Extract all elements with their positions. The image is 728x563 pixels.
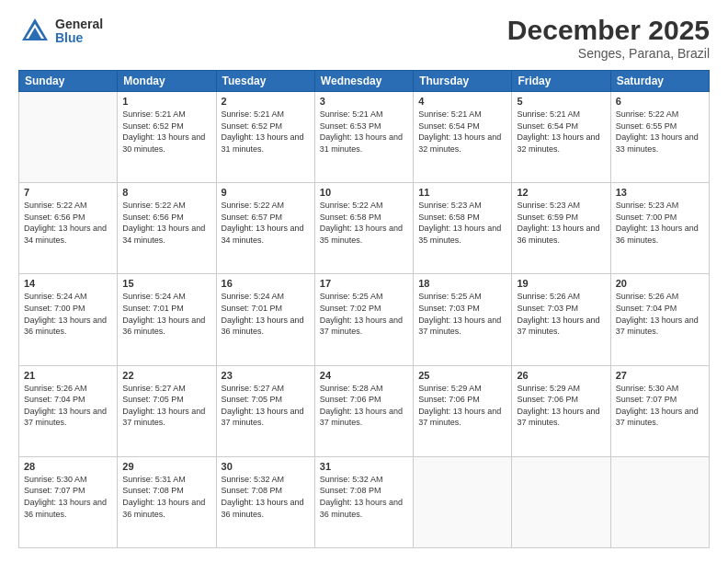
day-number: 2	[222, 96, 310, 107]
day-cell: 7Sunrise: 5:22 AM Sunset: 6:56 PM Daylig…	[19, 183, 118, 274]
day-number: 23	[222, 370, 310, 381]
day-info: Sunrise: 5:23 AM Sunset: 7:00 PM Dayligh…	[616, 200, 704, 246]
day-info: Sunrise: 5:27 AM Sunset: 7:05 PM Dayligh…	[222, 383, 310, 429]
day-number: 5	[517, 96, 605, 107]
day-cell: 18Sunrise: 5:25 AM Sunset: 7:03 PM Dayli…	[414, 274, 512, 365]
day-cell: 25Sunrise: 5:29 AM Sunset: 7:06 PM Dayli…	[414, 365, 512, 456]
day-info: Sunrise: 5:30 AM Sunset: 7:07 PM Dayligh…	[24, 474, 112, 520]
day-cell: 11Sunrise: 5:23 AM Sunset: 6:58 PM Dayli…	[414, 183, 512, 274]
day-cell: 10Sunrise: 5:22 AM Sunset: 6:58 PM Dayli…	[314, 183, 413, 274]
day-cell: 26Sunrise: 5:29 AM Sunset: 7:06 PM Dayli…	[512, 365, 610, 456]
day-number: 1	[122, 96, 210, 107]
day-number: 13	[616, 187, 704, 198]
week-row-1: 7Sunrise: 5:22 AM Sunset: 6:56 PM Daylig…	[19, 183, 710, 274]
day-info: Sunrise: 5:29 AM Sunset: 7:06 PM Dayligh…	[418, 383, 506, 429]
day-info: Sunrise: 5:26 AM Sunset: 7:03 PM Dayligh…	[517, 291, 605, 337]
day-cell: 2Sunrise: 5:21 AM Sunset: 6:52 PM Daylig…	[216, 92, 314, 183]
day-number: 24	[320, 370, 408, 381]
day-cell: 24Sunrise: 5:28 AM Sunset: 7:06 PM Dayli…	[314, 365, 413, 456]
week-row-0: 1Sunrise: 5:21 AM Sunset: 6:52 PM Daylig…	[19, 92, 710, 183]
day-number: 17	[320, 278, 408, 289]
week-row-2: 14Sunrise: 5:24 AM Sunset: 7:00 PM Dayli…	[19, 274, 710, 365]
day-number: 22	[122, 370, 210, 381]
day-info: Sunrise: 5:32 AM Sunset: 7:08 PM Dayligh…	[222, 474, 310, 520]
calendar-table: Sunday Monday Tuesday Wednesday Thursday…	[18, 70, 710, 548]
day-info: Sunrise: 5:29 AM Sunset: 7:06 PM Dayligh…	[517, 383, 605, 429]
day-cell: 5Sunrise: 5:21 AM Sunset: 6:54 PM Daylig…	[512, 92, 610, 183]
day-cell: 13Sunrise: 5:23 AM Sunset: 7:00 PM Dayli…	[610, 183, 709, 274]
day-info: Sunrise: 5:22 AM Sunset: 6:56 PM Dayligh…	[122, 200, 210, 246]
header: General Blue December 2025 Senges, Paran…	[18, 15, 710, 61]
day-cell: 4Sunrise: 5:21 AM Sunset: 6:54 PM Daylig…	[414, 92, 512, 183]
location: Senges, Parana, Brazil	[507, 46, 710, 61]
day-cell: 3Sunrise: 5:21 AM Sunset: 6:53 PM Daylig…	[314, 92, 413, 183]
day-info: Sunrise: 5:24 AM Sunset: 7:01 PM Dayligh…	[222, 291, 310, 337]
day-cell	[414, 456, 512, 547]
day-info: Sunrise: 5:28 AM Sunset: 7:06 PM Dayligh…	[320, 383, 408, 429]
col-friday: Friday	[512, 71, 610, 92]
day-cell: 22Sunrise: 5:27 AM Sunset: 7:05 PM Dayli…	[118, 365, 216, 456]
day-number: 10	[320, 187, 408, 198]
day-number: 28	[24, 461, 112, 472]
day-info: Sunrise: 5:22 AM Sunset: 6:55 PM Dayligh…	[616, 109, 704, 155]
col-monday: Monday	[118, 71, 216, 92]
day-cell: 28Sunrise: 5:30 AM Sunset: 7:07 PM Dayli…	[19, 456, 118, 547]
day-number: 11	[418, 187, 506, 198]
day-number: 25	[418, 370, 506, 381]
day-number: 18	[418, 278, 506, 289]
logo-text: General Blue	[55, 17, 103, 46]
day-info: Sunrise: 5:30 AM Sunset: 7:07 PM Dayligh…	[616, 383, 704, 429]
day-number: 29	[122, 461, 210, 472]
day-number: 8	[122, 187, 210, 198]
day-cell: 9Sunrise: 5:22 AM Sunset: 6:57 PM Daylig…	[216, 183, 314, 274]
day-info: Sunrise: 5:22 AM Sunset: 6:57 PM Dayligh…	[222, 200, 310, 246]
day-cell: 27Sunrise: 5:30 AM Sunset: 7:07 PM Dayli…	[610, 365, 709, 456]
day-number: 31	[320, 461, 408, 472]
col-sunday: Sunday	[19, 71, 118, 92]
day-info: Sunrise: 5:26 AM Sunset: 7:04 PM Dayligh…	[616, 291, 704, 337]
day-cell: 23Sunrise: 5:27 AM Sunset: 7:05 PM Dayli…	[216, 365, 314, 456]
logo-icon	[18, 15, 51, 48]
col-tuesday: Tuesday	[216, 71, 314, 92]
day-info: Sunrise: 5:31 AM Sunset: 7:08 PM Dayligh…	[122, 474, 210, 520]
logo: General Blue	[18, 15, 103, 48]
day-cell: 31Sunrise: 5:32 AM Sunset: 7:08 PM Dayli…	[314, 456, 413, 547]
day-info: Sunrise: 5:21 AM Sunset: 6:54 PM Dayligh…	[517, 109, 605, 155]
day-number: 27	[616, 370, 704, 381]
page: General Blue December 2025 Senges, Paran…	[0, 0, 728, 563]
day-cell: 14Sunrise: 5:24 AM Sunset: 7:00 PM Dayli…	[19, 274, 118, 365]
day-info: Sunrise: 5:25 AM Sunset: 7:03 PM Dayligh…	[418, 291, 506, 337]
day-info: Sunrise: 5:24 AM Sunset: 7:01 PM Dayligh…	[122, 291, 210, 337]
logo-blue-text: Blue	[55, 31, 103, 45]
day-number: 12	[517, 187, 605, 198]
day-number: 16	[222, 278, 310, 289]
day-cell	[610, 456, 709, 547]
day-cell: 29Sunrise: 5:31 AM Sunset: 7:08 PM Dayli…	[118, 456, 216, 547]
day-cell	[19, 92, 118, 183]
day-info: Sunrise: 5:21 AM Sunset: 6:53 PM Dayligh…	[320, 109, 408, 155]
day-cell: 16Sunrise: 5:24 AM Sunset: 7:01 PM Dayli…	[216, 274, 314, 365]
day-number: 7	[24, 187, 112, 198]
day-cell: 19Sunrise: 5:26 AM Sunset: 7:03 PM Dayli…	[512, 274, 610, 365]
day-info: Sunrise: 5:22 AM Sunset: 6:58 PM Dayligh…	[320, 200, 408, 246]
day-cell: 20Sunrise: 5:26 AM Sunset: 7:04 PM Dayli…	[610, 274, 709, 365]
day-number: 26	[517, 370, 605, 381]
day-info: Sunrise: 5:23 AM Sunset: 6:59 PM Dayligh…	[517, 200, 605, 246]
day-info: Sunrise: 5:32 AM Sunset: 7:08 PM Dayligh…	[320, 474, 408, 520]
day-cell	[512, 456, 610, 547]
header-row: Sunday Monday Tuesday Wednesday Thursday…	[19, 71, 710, 92]
week-row-3: 21Sunrise: 5:26 AM Sunset: 7:04 PM Dayli…	[19, 365, 710, 456]
day-number: 3	[320, 96, 408, 107]
day-cell: 21Sunrise: 5:26 AM Sunset: 7:04 PM Dayli…	[19, 365, 118, 456]
day-info: Sunrise: 5:21 AM Sunset: 6:54 PM Dayligh…	[418, 109, 506, 155]
day-info: Sunrise: 5:23 AM Sunset: 6:58 PM Dayligh…	[418, 200, 506, 246]
day-number: 30	[222, 461, 310, 472]
day-cell: 12Sunrise: 5:23 AM Sunset: 6:59 PM Dayli…	[512, 183, 610, 274]
day-info: Sunrise: 5:21 AM Sunset: 6:52 PM Dayligh…	[122, 109, 210, 155]
logo-general-text: General	[55, 17, 103, 31]
day-cell: 15Sunrise: 5:24 AM Sunset: 7:01 PM Dayli…	[118, 274, 216, 365]
title-section: December 2025 Senges, Parana, Brazil	[507, 15, 710, 61]
day-number: 9	[222, 187, 310, 198]
day-cell: 17Sunrise: 5:25 AM Sunset: 7:02 PM Dayli…	[314, 274, 413, 365]
col-wednesday: Wednesday	[314, 71, 413, 92]
